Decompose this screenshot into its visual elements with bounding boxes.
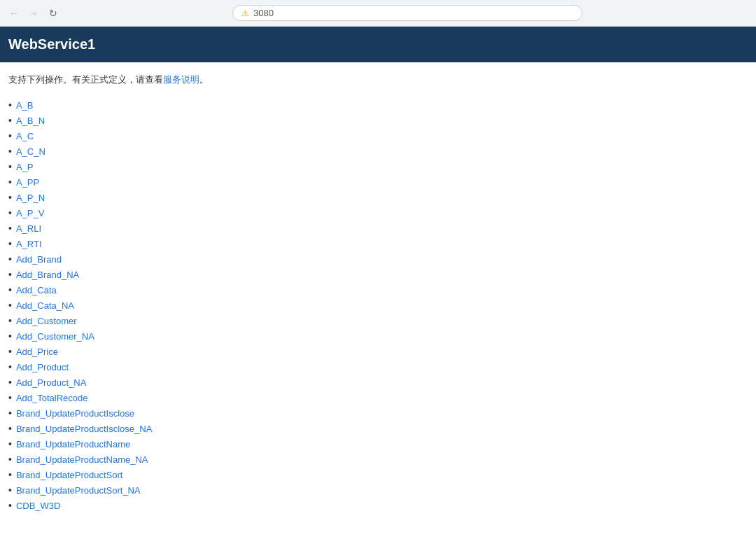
list-item: A_C_N xyxy=(8,144,748,159)
list-item: Brand_UpdateProductName xyxy=(8,436,748,452)
list-item: Add_Product xyxy=(8,359,748,375)
list-item: CDB_W3D xyxy=(8,498,748,513)
service-link[interactable]: A_C xyxy=(16,131,34,141)
service-link[interactable]: A_RLI xyxy=(16,223,41,234)
browser-chrome: ← → ↻ ⚠ 3080 xyxy=(0,0,756,27)
list-item: Add_Brand xyxy=(8,251,748,267)
address-bar[interactable]: ⚠ 3080 xyxy=(232,5,582,21)
service-description-link[interactable]: 服务说明 xyxy=(163,74,200,85)
security-warning-icon: ⚠ xyxy=(241,8,249,18)
list-item: A_P_V xyxy=(8,205,748,221)
service-link[interactable]: Brand_UpdateProductIsclose_NA xyxy=(16,424,152,434)
list-item: Add_Cata_NA xyxy=(8,298,748,313)
app-title: WebService1 xyxy=(8,36,95,52)
service-link[interactable]: Brand_UpdateProductName xyxy=(16,439,130,449)
list-item: Add_Customer_NA xyxy=(8,328,748,344)
service-list: A_BA_B_NA_CA_C_NA_PA_PPA_P_NA_P_VA_RLIA_… xyxy=(8,97,748,513)
service-link[interactable]: Add_Customer xyxy=(16,316,77,326)
list-item: Brand_UpdateProductIsclose_NA xyxy=(8,421,748,436)
service-link[interactable]: A_B xyxy=(16,100,34,111)
list-item: Brand_UpdateProductSort xyxy=(8,467,748,482)
service-link[interactable]: Add_Brand_NA xyxy=(16,270,79,280)
service-link[interactable]: A_B_N xyxy=(16,116,45,126)
url-text: 3080 xyxy=(253,8,274,18)
service-link[interactable]: Add_Product xyxy=(16,362,69,372)
service-link[interactable]: A_RTI xyxy=(16,239,42,249)
description-suffix: 。 xyxy=(200,74,209,85)
service-link[interactable]: Brand_UpdateProductIsclose xyxy=(16,408,134,419)
list-item: A_B xyxy=(8,97,748,113)
service-link[interactable]: A_C_N xyxy=(16,146,46,157)
page-description: 支持下列操作。有关正式定义，请查看服务说明。 xyxy=(8,74,748,86)
page-content: 支持下列操作。有关正式定义，请查看服务说明。 A_BA_B_NA_CA_C_NA… xyxy=(0,62,756,524)
service-link[interactable]: Brand_UpdateProductName_NA xyxy=(16,454,148,465)
list-item: Add_Price xyxy=(8,344,748,359)
list-item: A_C xyxy=(8,128,748,144)
service-link[interactable]: A_PP xyxy=(16,177,39,188)
description-prefix: 支持下列操作。有关正式定义，请查看 xyxy=(8,74,163,85)
back-button[interactable]: ← xyxy=(7,6,21,20)
service-link[interactable]: Add_Cata xyxy=(16,285,57,295)
list-item: A_RTI xyxy=(8,236,748,251)
list-item: Brand_UpdateProductIsclose xyxy=(8,405,748,421)
list-item: A_P_N xyxy=(8,190,748,205)
service-link[interactable]: Add_Customer_NA xyxy=(16,331,94,342)
service-link[interactable]: Add_TotalRecode xyxy=(16,393,88,403)
list-item: Brand_UpdateProductSort_NA xyxy=(8,482,748,498)
reload-button[interactable]: ↻ xyxy=(46,6,60,20)
list-item: Add_Product_NA xyxy=(8,375,748,390)
service-link[interactable]: Add_Product_NA xyxy=(16,377,86,388)
service-link[interactable]: CDB_W3D xyxy=(16,501,61,511)
service-link[interactable]: Brand_UpdateProductSort xyxy=(16,470,122,480)
list-item: A_P xyxy=(8,159,748,174)
app-header: WebService1 xyxy=(0,27,756,62)
service-link[interactable]: A_P_N xyxy=(16,193,45,203)
service-link[interactable]: A_P_V xyxy=(16,208,44,218)
service-link[interactable]: A_P xyxy=(16,162,34,172)
list-item: Add_TotalRecode xyxy=(8,390,748,405)
service-link[interactable]: Add_Price xyxy=(16,347,58,357)
list-item: Add_Brand_NA xyxy=(8,267,748,282)
list-item: A_B_N xyxy=(8,113,748,128)
list-item: A_PP xyxy=(8,174,748,190)
service-link[interactable]: Brand_UpdateProductSort_NA xyxy=(16,485,141,496)
forward-button[interactable]: → xyxy=(27,6,41,20)
service-link[interactable]: Add_Cata_NA xyxy=(16,300,74,311)
list-item: Add_Customer xyxy=(8,313,748,328)
list-item: Add_Cata xyxy=(8,282,748,298)
list-item: Brand_UpdateProductName_NA xyxy=(8,452,748,467)
service-link[interactable]: Add_Brand xyxy=(16,254,62,265)
list-item: A_RLI xyxy=(8,221,748,236)
